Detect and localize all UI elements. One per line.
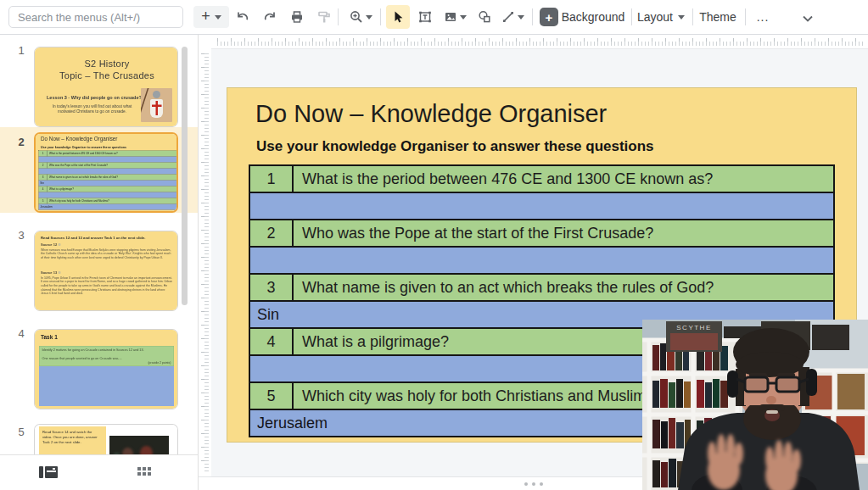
thumb4-line1: Identify 2 motives for going on Crusade … bbox=[42, 348, 144, 353]
redo-icon bbox=[262, 9, 277, 25]
shape-icon bbox=[477, 9, 492, 25]
webcam-video-overlay: SCYTHE bbox=[642, 320, 868, 490]
theme-button[interactable]: Theme bbox=[696, 7, 740, 27]
headphones bbox=[727, 370, 738, 398]
slide-subtitle[interactable]: Use your knowledge Organiser to answer t… bbox=[256, 138, 654, 155]
theme-label: Theme bbox=[699, 7, 736, 27]
table-row-question[interactable]: 1 What is the period between 476 CE and … bbox=[250, 166, 833, 193]
mini-q-num: 4 bbox=[39, 187, 48, 192]
question-cell[interactable]: What is the period between 476 CE and 13… bbox=[294, 166, 833, 192]
add-comment-button[interactable]: + bbox=[540, 8, 558, 26]
line-dropdown[interactable] bbox=[515, 5, 527, 29]
table-row-answer[interactable] bbox=[250, 193, 833, 220]
mini-a-text: Jerusalem bbox=[39, 204, 177, 210]
thumb4-task-box: Identify 2 motives for going on Crusade … bbox=[39, 346, 174, 366]
zoom-icon bbox=[349, 9, 364, 25]
mini-q-text: What is the period between 476 CE and 13… bbox=[48, 151, 176, 157]
slide-thumbnail-4[interactable]: Task 1 Identify 2 motives for going on C… bbox=[34, 329, 178, 409]
mini-a-text bbox=[39, 192, 177, 198]
background-label: Background bbox=[562, 7, 625, 27]
mini-a-text: Sin bbox=[39, 181, 177, 187]
table-row-question[interactable]: 3 What name is given to an act which bre… bbox=[250, 275, 833, 302]
thumb5-text: Read Source 14 and watch the video. Once… bbox=[42, 430, 102, 444]
slide-number: 5 bbox=[14, 426, 29, 438]
scythe-game-box: SCYTHE bbox=[666, 321, 722, 352]
print-button[interactable] bbox=[285, 5, 309, 29]
hide-menus-button[interactable] bbox=[796, 7, 820, 31]
mini-q-text: Who was the Pope at the start of the Fir… bbox=[48, 163, 176, 169]
paint-format-button[interactable] bbox=[312, 5, 336, 29]
vertical-ruler bbox=[199, 48, 211, 477]
redo-button[interactable] bbox=[258, 5, 282, 29]
mini-q-text: What is a pilgrimage? bbox=[48, 187, 176, 192]
table-row-answer[interactable] bbox=[250, 248, 833, 275]
thumb2-table: 1What is the period between 476 CE and 1… bbox=[38, 150, 176, 209]
mini-q-num: 5 bbox=[39, 198, 48, 204]
cursor-icon bbox=[390, 9, 406, 25]
search-menus-input[interactable] bbox=[8, 6, 183, 28]
select-tool-button[interactable] bbox=[386, 5, 410, 29]
question-number-cell[interactable]: 5 bbox=[250, 383, 294, 409]
thumb3-source12-label: Source 12 bbox=[41, 242, 61, 247]
thumb2-title: Do Now – Knowledge Organiser bbox=[41, 136, 117, 142]
drag-handle-dot bbox=[524, 482, 528, 486]
toolbar-divider bbox=[631, 8, 632, 25]
chevron-down-icon bbox=[366, 15, 372, 19]
mini-a-text bbox=[39, 157, 177, 163]
view-toggle-bar bbox=[0, 454, 198, 490]
question-number-cell[interactable]: 2 bbox=[250, 220, 294, 246]
insert-shape-button[interactable] bbox=[473, 5, 496, 29]
drag-handle-dot bbox=[532, 482, 535, 486]
thumb4-title: Task 1 bbox=[41, 334, 58, 341]
paint-format-icon bbox=[316, 9, 332, 25]
toolbar-divider bbox=[532, 8, 533, 25]
plus-icon: + bbox=[546, 10, 553, 25]
question-number-cell[interactable]: 4 bbox=[250, 329, 294, 354]
layout-button[interactable]: Layout bbox=[635, 7, 687, 27]
question-number-cell[interactable]: 1 bbox=[250, 166, 294, 192]
undo-button[interactable] bbox=[231, 5, 255, 29]
print-icon bbox=[289, 9, 305, 25]
slide-number: 1 bbox=[14, 44, 29, 57]
filmstrip-scrollbar[interactable] bbox=[182, 47, 188, 305]
text-box-icon bbox=[417, 9, 433, 25]
chevron-down-icon[interactable] bbox=[215, 15, 221, 19]
more-tools-button[interactable]: ... bbox=[750, 7, 776, 27]
chevron-down-icon bbox=[801, 12, 815, 25]
table-row-question[interactable]: 2 Who was the Pope at the start of the F… bbox=[250, 220, 833, 248]
thumb3-heading: Read Sources 12 and 13 and answer Task 1… bbox=[41, 236, 172, 240]
slide-number: 3 bbox=[14, 229, 29, 242]
slide-thumbnail-2-selected[interactable]: Do Now – Knowledge Organiser Use your kn… bbox=[34, 132, 178, 213]
image-dropdown[interactable] bbox=[457, 5, 469, 29]
background-button[interactable]: Background bbox=[560, 7, 626, 27]
ellipsis-icon: ... bbox=[757, 7, 770, 27]
layout-label: Layout bbox=[637, 7, 673, 27]
thumb4-line2: One reason that people wanted to go on C… bbox=[42, 357, 122, 361]
filmstrip-view-button[interactable] bbox=[39, 466, 58, 478]
thumb3-source13-label: Source 13 bbox=[41, 270, 61, 275]
thumb1-body: In today's lesson you will find out abou… bbox=[48, 103, 137, 114]
expand-icon bbox=[59, 271, 61, 274]
grid-view-button[interactable] bbox=[137, 467, 151, 477]
mini-a-text bbox=[39, 169, 177, 175]
new-slide-button[interactable]: + bbox=[193, 6, 229, 28]
drag-handle-dot bbox=[540, 482, 543, 486]
slide-thumbnail-3[interactable]: Read Sources 12 and 13 and answer Task 1… bbox=[34, 231, 178, 311]
plus-icon: + bbox=[201, 8, 210, 24]
text-box-button[interactable] bbox=[413, 5, 437, 29]
chevron-down-icon bbox=[678, 15, 685, 19]
slide-number: 4 bbox=[14, 327, 29, 340]
slide-title[interactable]: Do Now – Knowledge Organiser bbox=[255, 100, 607, 128]
thumb3-source12-text: When rumours reached Europe that Muslim … bbox=[41, 248, 173, 259]
question-cell[interactable]: What name is given to an act which break… bbox=[294, 275, 833, 300]
question-cell[interactable]: Who was the Pope at the start of the Fir… bbox=[294, 220, 833, 246]
slide-thumbnail-1[interactable]: S2 History Topic – The Crusades Lesson 3… bbox=[34, 47, 178, 127]
image-icon bbox=[443, 9, 458, 25]
zoom-dropdown[interactable] bbox=[363, 5, 375, 29]
expand-icon bbox=[59, 243, 61, 246]
thumb3-source13-text: In 1095, Pope Urban II arrived in the Fr… bbox=[41, 276, 173, 295]
question-number-cell[interactable]: 3 bbox=[250, 275, 294, 300]
undo-icon bbox=[235, 9, 250, 25]
toolbar-divider bbox=[745, 8, 746, 25]
line-icon bbox=[501, 9, 516, 25]
